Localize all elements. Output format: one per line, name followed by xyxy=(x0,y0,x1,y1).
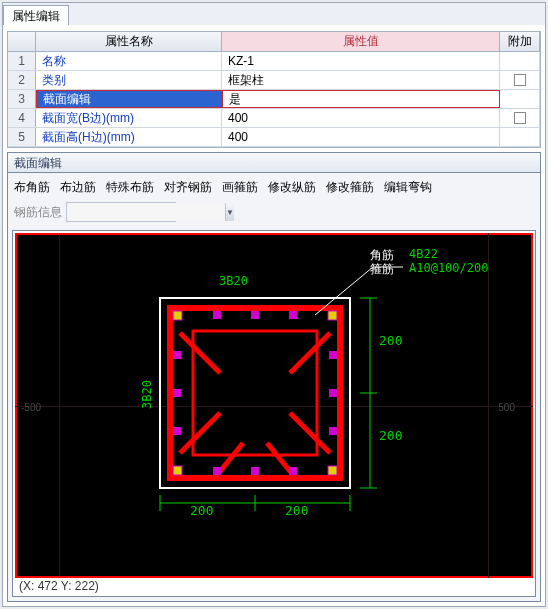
svg-rect-16 xyxy=(251,311,259,319)
svg-rect-18 xyxy=(213,467,221,475)
rebar-info-input[interactable] xyxy=(67,203,225,221)
grid-header: 属性名称 属性值 附加 xyxy=(8,32,540,52)
svg-rect-21 xyxy=(173,351,181,359)
prop-name-cell[interactable]: 名称 xyxy=(36,52,222,70)
property-grid: 属性名称 属性值 附加 1名称KZ-12类别框架柱3截面编辑是4截面宽(B边)(… xyxy=(7,31,541,148)
svg-rect-26 xyxy=(329,427,337,435)
corner-bars xyxy=(173,311,337,475)
table-row[interactable]: 1名称KZ-1 xyxy=(8,52,540,71)
row-number: 4 xyxy=(8,109,36,127)
prop-extra-cell[interactable] xyxy=(500,128,540,146)
prop-extra-cell[interactable] xyxy=(500,71,540,89)
prop-value-cell[interactable]: 400 xyxy=(222,109,500,127)
rebar-info-combo[interactable]: ▼ xyxy=(66,202,176,222)
legend-stirrup-label: 箍筋 xyxy=(370,261,394,278)
table-row[interactable]: 2类别框架柱 xyxy=(8,71,540,90)
table-row[interactable]: 4截面宽(B边)(mm)400 xyxy=(8,109,540,128)
legend-stirrup-value: A10@100/200 xyxy=(409,261,488,275)
row-number: 5 xyxy=(8,128,36,146)
svg-line-4 xyxy=(180,413,220,453)
dim-h-2: 200 xyxy=(285,503,308,518)
header-rownum xyxy=(8,32,36,51)
prop-extra-cell[interactable] xyxy=(500,90,540,108)
header-name: 属性名称 xyxy=(36,32,222,51)
svg-rect-14 xyxy=(328,466,337,475)
svg-rect-0 xyxy=(160,298,350,488)
svg-rect-17 xyxy=(289,311,297,319)
svg-line-3 xyxy=(180,333,220,373)
dim-h-1: 200 xyxy=(190,503,213,518)
svg-rect-19 xyxy=(251,467,259,475)
svg-rect-13 xyxy=(173,466,182,475)
tool-对齐钢筋[interactable]: 对齐钢筋 xyxy=(164,179,212,196)
svg-line-5 xyxy=(290,333,330,373)
svg-rect-20 xyxy=(289,467,297,475)
canvas-status: (X: 472 Y: 222) xyxy=(15,578,533,594)
row-number: 2 xyxy=(8,71,36,89)
inner-panel: 属性名称 属性值 附加 1名称KZ-12类别框架柱3截面编辑是4截面宽(B边)(… xyxy=(3,25,545,606)
tool-布边筋[interactable]: 布边筋 xyxy=(60,179,96,196)
prop-name-cell[interactable]: 类别 xyxy=(36,71,222,89)
prop-value-cell[interactable]: 框架柱 xyxy=(222,71,500,89)
dim-bottom xyxy=(160,495,350,511)
svg-rect-15 xyxy=(213,311,221,319)
tool-布角筋[interactable]: 布角筋 xyxy=(14,179,50,196)
dim-v-1: 200 xyxy=(379,333,402,348)
rebar-left-label: 3B20 xyxy=(140,380,154,409)
svg-line-9 xyxy=(315,267,373,315)
rebar-top-label: 3B20 xyxy=(219,274,248,288)
section-editor-panel: 截面编辑 布角筋布边筋特殊布筋对齐钢筋画箍筋修改纵筋修改箍筋编辑弯钩 钢筋信息 … xyxy=(7,152,541,602)
prop-name-cell[interactable]: 截面编辑 xyxy=(36,90,222,108)
svg-rect-25 xyxy=(329,389,337,397)
prop-name-cell[interactable]: 截面宽(B边)(mm) xyxy=(36,109,222,127)
section-title: 截面编辑 xyxy=(8,153,540,173)
prop-value-cell[interactable]: 是 xyxy=(222,90,500,108)
prop-extra-cell[interactable] xyxy=(500,109,540,127)
svg-rect-2 xyxy=(193,331,317,455)
table-row[interactable]: 3截面编辑是 xyxy=(8,90,540,109)
svg-rect-23 xyxy=(173,427,181,435)
tab-property-edit[interactable]: 属性编辑 xyxy=(3,5,69,25)
property-editor-window: 属性编辑 属性名称 属性值 附加 1名称KZ-12类别框架柱3截面编辑是4截面宽… xyxy=(2,2,546,607)
checkbox-icon[interactable] xyxy=(514,74,526,86)
svg-rect-12 xyxy=(328,311,337,320)
rebar-info-label: 钢筋信息 xyxy=(14,204,62,221)
svg-line-6 xyxy=(290,413,330,453)
row-number: 1 xyxy=(8,52,36,70)
prop-name-cell[interactable]: 截面高(H边)(mm) xyxy=(36,128,222,146)
tool-修改箍筋[interactable]: 修改箍筋 xyxy=(326,179,374,196)
edge-bars xyxy=(173,311,337,475)
tool-修改纵筋[interactable]: 修改纵筋 xyxy=(268,179,316,196)
dim-right xyxy=(360,298,377,488)
table-row[interactable]: 5截面高(H边)(mm)400 xyxy=(8,128,540,147)
header-value: 属性值 xyxy=(222,32,500,51)
header-extra: 附加 xyxy=(500,32,540,51)
tool-编辑弯钩[interactable]: 编辑弯钩 xyxy=(384,179,432,196)
tool-画箍筋[interactable]: 画箍筋 xyxy=(222,179,258,196)
section-canvas[interactable]: -500 500 xyxy=(15,233,533,578)
row-number: 3 xyxy=(8,90,36,108)
combo-dropdown-icon[interactable]: ▼ xyxy=(225,203,234,221)
top-tabs: 属性编辑 xyxy=(3,3,545,25)
svg-rect-22 xyxy=(173,389,181,397)
svg-rect-1 xyxy=(170,308,340,478)
prop-value-cell[interactable]: KZ-1 xyxy=(222,52,500,70)
legend-corner-value: 4B22 xyxy=(409,247,438,261)
prop-value-cell[interactable]: 400 xyxy=(222,128,500,146)
dim-v-2: 200 xyxy=(379,428,402,443)
svg-rect-24 xyxy=(329,351,337,359)
section-subbar: 钢筋信息 ▼ xyxy=(8,198,540,226)
checkbox-icon[interactable] xyxy=(514,112,526,124)
section-svg xyxy=(15,233,525,523)
grid-body: 1名称KZ-12类别框架柱3截面编辑是4截面宽(B边)(mm)4005截面高(H… xyxy=(8,52,540,147)
canvas-wrap: -500 500 xyxy=(12,230,536,597)
prop-extra-cell[interactable] xyxy=(500,52,540,70)
tool-特殊布筋[interactable]: 特殊布筋 xyxy=(106,179,154,196)
svg-rect-11 xyxy=(173,311,182,320)
section-toolbar: 布角筋布边筋特殊布筋对齐钢筋画箍筋修改纵筋修改箍筋编辑弯钩 xyxy=(8,173,540,198)
